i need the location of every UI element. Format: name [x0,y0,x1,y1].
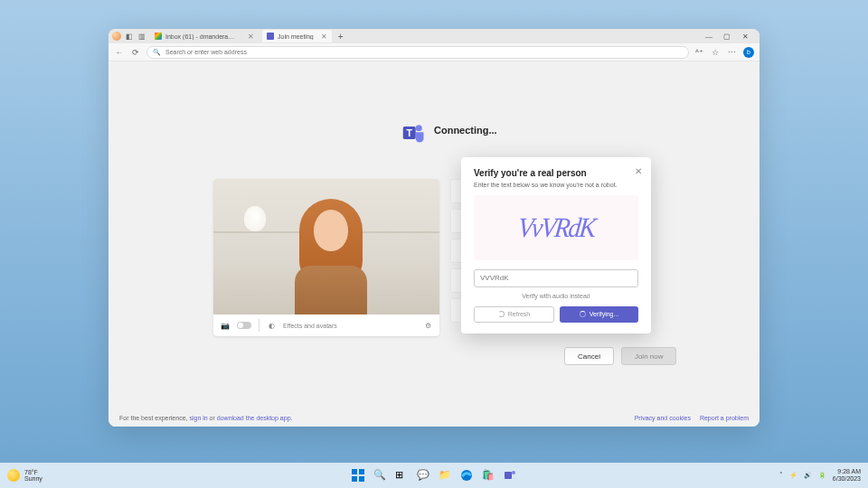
volume-icon[interactable]: 🔊 [804,472,812,479]
preview-toolbar: 📷 ◐ Effects and avatars ⚙ [213,314,439,336]
read-aloud-icon[interactable]: ᴬ⁺ [694,48,703,57]
system-tray[interactable]: ˄ ⚡ 🔊 🔋 9:28 AM 6/30/2023 [779,468,861,482]
window-controls: — ▢ ✕ [705,33,756,41]
gear-icon[interactable]: ⚙ [423,321,432,330]
time: 9:28 AM [833,468,861,475]
svg-rect-8 [505,472,512,479]
connecting-status: Connecting... [434,125,497,136]
collections-icon[interactable]: ▥ [137,32,146,41]
address-box[interactable]: 🔍 [146,46,689,59]
verify-button[interactable]: Verifying... [560,306,638,323]
spinner-icon [580,311,586,317]
tab-teams[interactable]: Join meeting ✕ [262,30,332,42]
svg-rect-6 [359,476,364,482]
tab-bar: ◧ ▥ Inbox (61) - dmandera@gmail.com ✕ Jo… [108,29,760,43]
workspaces-icon[interactable]: ◧ [125,32,134,41]
weather-cond: Sunny [24,475,42,482]
weather-widget[interactable]: 78°F Sunny [7,469,42,482]
svg-rect-3 [352,469,357,474]
verify-label: Verifying... [590,311,619,317]
camera-feed [213,179,439,314]
address-bar: ← ⟳ 🔍 ᴬ⁺ ☆ ⋯ b [108,43,760,61]
privacy-link[interactable]: Privacy and cookies [635,415,691,421]
captcha-image: VvVRdK [474,195,638,260]
maximize-button[interactable]: ▢ [723,33,731,41]
svg-text:T: T [407,127,413,138]
store-button[interactable]: 🛍️ [479,466,497,484]
svg-point-9 [512,471,515,474]
teams-icon [267,33,274,40]
menu-icon[interactable]: ⋯ [727,48,736,57]
close-icon[interactable]: ✕ [321,33,327,41]
close-icon[interactable]: ✕ [635,166,642,176]
camera-preview: 📷 ◐ Effects and avatars ⚙ [213,179,439,336]
teams-logo: T [401,120,427,145]
edge-button[interactable] [458,466,476,484]
weather-temp: 78°F [24,469,42,475]
task-view-button[interactable]: ⊞ [392,466,410,484]
tab-title: Join meeting [278,33,314,40]
battery-icon[interactable]: 🔋 [818,472,826,479]
effects-label[interactable]: Effects and avatars [283,323,337,329]
page-content: T Connecting... 📷 ◐ Effects and avatars … [108,61,760,427]
audio-verify-link[interactable]: Verify with audio instead [474,293,638,299]
profile-avatar[interactable] [112,32,121,41]
start-button[interactable] [349,466,367,484]
refresh-button[interactable]: ⟳ [130,47,141,58]
tab-gmail[interactable]: Inbox (61) - dmandera@gmail.com ✕ [150,30,259,42]
back-button[interactable]: ← [114,47,125,58]
sun-icon [7,469,20,482]
effects-icon[interactable]: ◐ [267,321,276,330]
camera-toggle[interactable] [237,322,251,329]
modal-title: Verify you're a real person [474,168,638,178]
gmail-icon [155,33,162,40]
teams-button[interactable] [501,466,519,484]
camera-icon[interactable]: 📷 [221,321,230,330]
search-button[interactable]: 🔍 [371,466,389,484]
signin-link[interactable]: sign in [189,415,207,421]
tab-title: Inbox (61) - dmandera@gmail.com [165,33,241,40]
cancel-button[interactable]: Cancel [564,347,614,365]
explorer-button[interactable]: 📁 [436,466,454,484]
captcha-modal: ✕ Verify you're a real person Enter the … [461,157,651,333]
svg-point-2 [416,125,422,131]
clock[interactable]: 9:28 AM 6/30/2023 [833,468,861,482]
chevron-up-icon[interactable]: ˄ [779,472,783,479]
close-icon[interactable]: ✕ [248,33,254,41]
captcha-text: VvVRdK [516,211,596,243]
page-footer: For the best experience, sign in or down… [108,408,760,427]
taskbar-center: 🔍 ⊞ 💬 📁 🛍️ [349,466,519,484]
wifi-icon[interactable]: ⚡ [789,472,797,479]
favorites-icon[interactable]: ☆ [711,48,720,57]
close-window-button[interactable]: ✕ [741,33,749,41]
svg-rect-5 [352,476,357,482]
chat-button[interactable]: 💬 [414,466,432,484]
join-now-button[interactable]: Join now [621,347,677,365]
modal-subtitle: Enter the text below so we know you're n… [474,182,638,188]
copilot-icon[interactable]: b [743,47,754,58]
svg-rect-4 [359,469,364,474]
browser-window: ◧ ▥ Inbox (61) - dmandera@gmail.com ✕ Jo… [108,29,760,427]
address-input[interactable] [165,49,683,55]
download-link[interactable]: download the desktop app [217,415,291,421]
new-tab-button[interactable]: + [335,32,346,42]
join-actions: Cancel Join now [564,347,676,365]
report-problem-link[interactable]: Report a problem [700,415,749,421]
minimize-button[interactable]: — [705,33,712,41]
date: 6/30/2023 [833,475,861,483]
taskbar: 78°F Sunny 🔍 ⊞ 💬 📁 🛍️ ˄ ⚡ 🔊 🔋 9:28 AM 6/… [0,463,868,488]
captcha-input[interactable] [474,269,638,287]
footer-text: For the best experience, sign in or down… [119,415,292,421]
refresh-icon [498,311,505,317]
refresh-captcha-button[interactable]: Refresh [474,306,554,323]
search-icon: 🔍 [153,49,161,56]
refresh-label: Refresh [508,311,531,317]
